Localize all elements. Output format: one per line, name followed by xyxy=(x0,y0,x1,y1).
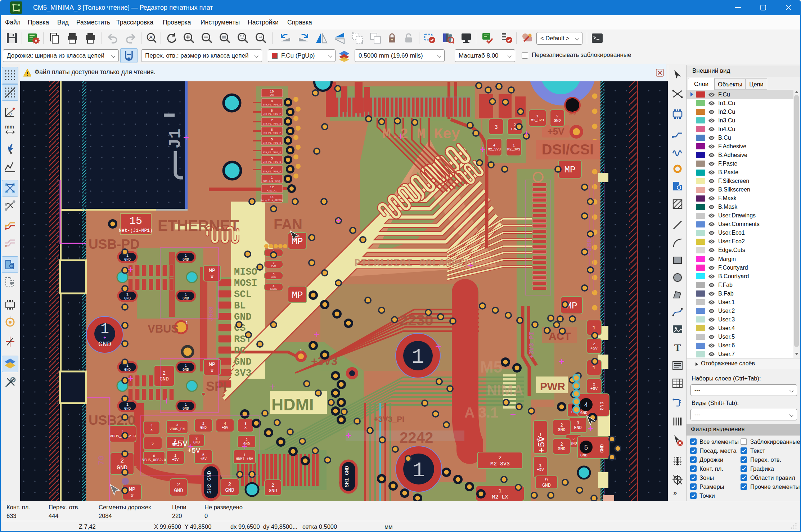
svg-text:ETH_PI.TRD0_N: ETH_PI.TRD0_N xyxy=(263,161,281,163)
svg-text:+5V: +5V xyxy=(172,458,179,462)
svg-text:GND: GND xyxy=(558,447,566,452)
svg-text:+5V: +5V xyxy=(590,387,598,391)
svg-text:GND: GND xyxy=(159,376,168,382)
svg-text:4: 4 xyxy=(493,144,495,148)
svg-text:ETH_PI.TRD2_N: ETH_PI.TRD2_N xyxy=(263,123,281,125)
svg-text:4: 4 xyxy=(150,424,153,428)
svg-text:HDMI +5V: HDMI +5V xyxy=(236,457,253,461)
svg-text:GND: GND xyxy=(124,258,131,262)
svg-text:+5V: +5V xyxy=(200,457,207,461)
svg-text:2: 2 xyxy=(195,437,198,441)
svg-text:DC: DC xyxy=(234,345,246,356)
svg-text:GND: GND xyxy=(599,402,605,410)
svg-text:M2_3V3: M2_3V3 xyxy=(490,461,510,467)
svg-text:2: 2 xyxy=(498,455,501,461)
svg-text:1: 1 xyxy=(498,488,501,494)
svg-text:9: 9 xyxy=(545,477,548,483)
svg-text:1: 1 xyxy=(513,144,515,148)
svg-text:2: 2 xyxy=(120,457,124,464)
svg-text:+5V: +5V xyxy=(590,346,598,351)
svg-text:+5V: +5V xyxy=(172,439,188,449)
svg-text:3: 3 xyxy=(494,124,498,131)
svg-text:GND: GND xyxy=(243,442,250,446)
svg-text:MOSI: MOSI xyxy=(234,278,257,289)
svg-text:M2_LX: M2_LX xyxy=(492,494,508,500)
svg-text:2: 2 xyxy=(271,166,273,170)
svg-text:GND: GND xyxy=(234,312,252,323)
svg-text:J503: J503 xyxy=(208,306,215,321)
svg-text:GND: GND xyxy=(124,297,131,301)
svg-text:GND: GND xyxy=(200,426,207,430)
svg-text:Net-(J1-MP1): Net-(J1-MP1) xyxy=(119,228,153,233)
svg-text:HDMI: HDMI xyxy=(271,395,314,414)
svg-text:1: 1 xyxy=(185,403,187,407)
svg-text:2: 2 xyxy=(593,382,595,387)
svg-text:+3V3_PI: +3V3_PI xyxy=(267,190,276,192)
svg-text:SCL: SCL xyxy=(234,289,252,300)
svg-text:2: 2 xyxy=(177,482,180,488)
svg-text:6: 6 xyxy=(271,128,273,132)
svg-text:2: 2 xyxy=(572,437,575,441)
svg-text:TACHO: TACHO xyxy=(270,288,277,290)
svg-text:GND: GND xyxy=(269,488,277,493)
svg-text:PIERLUIGI COLANGELI: PIERLUIGI COLANGELI xyxy=(354,257,477,270)
svg-text:+: + xyxy=(103,335,106,340)
svg-text:15: 15 xyxy=(129,215,142,227)
svg-text:GND: GND xyxy=(580,453,588,457)
svg-text:4: 4 xyxy=(224,422,226,426)
svg-text:7: 7 xyxy=(271,118,273,122)
svg-text:3: 3 xyxy=(244,422,247,426)
svg-text:1: 1 xyxy=(536,114,539,118)
svg-text:M.2 M Key: M.2 M Key xyxy=(382,126,460,143)
svg-text:2: 2 xyxy=(556,114,559,118)
svg-text:GND: GND xyxy=(183,297,189,301)
svg-text:M5: M5 xyxy=(480,358,502,376)
svg-text:Net-(J1-K_GREEN): Net-(J1-K_GREEN) xyxy=(261,199,283,202)
svg-text:x: x xyxy=(150,428,153,432)
svg-text:1: 1 xyxy=(126,293,129,297)
svg-text:VBUS_USB2.0: VBUS_USB2.0 xyxy=(142,458,166,462)
svg-text:mm: mm xyxy=(5,124,14,130)
svg-text:GND: GND xyxy=(174,488,183,493)
svg-text:1: 1 xyxy=(186,321,188,325)
svg-text:1: 1 xyxy=(539,463,542,468)
svg-text:USB-PD: USB-PD xyxy=(89,237,140,252)
svg-text:BL: BL xyxy=(234,301,246,311)
svg-text:GND: GND xyxy=(554,118,561,123)
svg-text:r: r xyxy=(6,107,8,111)
svg-text:GND: GND xyxy=(234,357,252,368)
svg-text:GND: GND xyxy=(568,111,576,116)
svg-text:GND: GND xyxy=(580,411,588,415)
svg-text:ETH_PI.TRD3_P: ETH_PI.TRD3_P xyxy=(263,113,281,116)
svg-text:1: 1 xyxy=(185,364,187,368)
svg-text:10: 10 xyxy=(270,90,274,94)
svg-text:Net-(J1-VCC): Net-(J1-VCC) xyxy=(264,180,280,182)
svg-text:USB2.0: USB2.0 xyxy=(89,413,135,428)
svg-text:GND: GND xyxy=(225,487,234,493)
svg-text:1: 1 xyxy=(412,346,424,369)
svg-text:GND: GND xyxy=(271,276,276,279)
svg-text:PWR: PWR xyxy=(540,380,565,392)
svg-text:PWM: PWM xyxy=(271,265,276,268)
svg-text:x: x xyxy=(244,426,247,430)
svg-text:8: 8 xyxy=(271,109,273,113)
svg-text:4: 4 xyxy=(271,147,273,151)
svg-text:+5V: +5V xyxy=(222,426,228,430)
svg-text:+5V: +5V xyxy=(548,126,565,137)
svg-text:MP: MP xyxy=(292,290,303,301)
svg-text:GND: GND xyxy=(124,407,131,411)
svg-text:SH1 GND: SH1 GND xyxy=(344,466,350,487)
svg-text:x: x xyxy=(210,368,213,374)
svg-text:+5V: +5V xyxy=(187,447,200,455)
svg-text:4: 4 xyxy=(584,401,588,409)
svg-text:T: T xyxy=(674,342,681,353)
svg-text:1: 1 xyxy=(126,403,129,407)
svg-text:M2_3V3: M2_3V3 xyxy=(488,148,501,152)
svg-text:MP: MP xyxy=(209,362,215,368)
svg-text:2242: 2242 xyxy=(400,429,433,446)
svg-text:2: 2 xyxy=(271,483,274,488)
svg-text:GND: GND xyxy=(183,258,189,262)
svg-text:GND: GND xyxy=(570,441,577,446)
svg-text:ETHERNET: ETHERNET xyxy=(158,217,239,234)
svg-text:GND: GND xyxy=(183,407,189,411)
